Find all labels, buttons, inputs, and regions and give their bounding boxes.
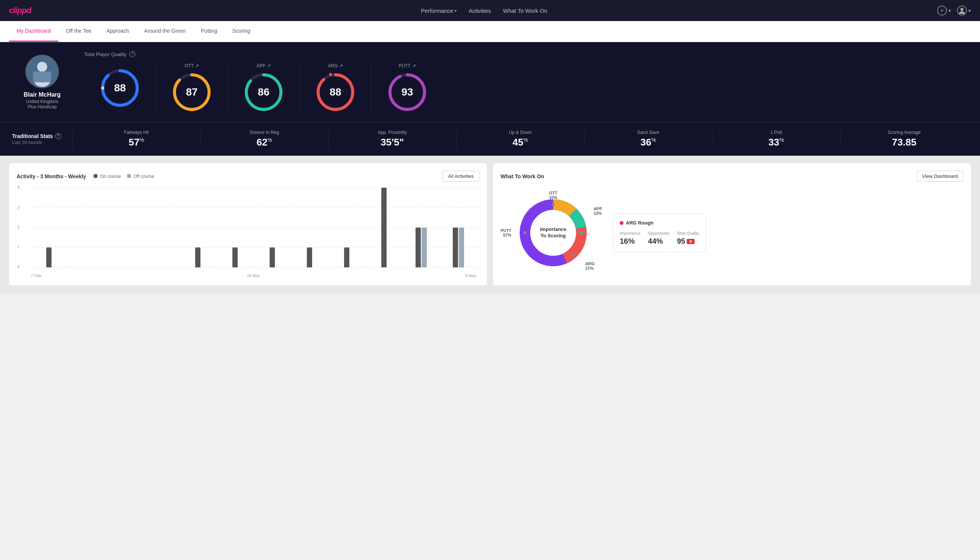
stat-greens-in-reg: Greens In Reg 62% bbox=[200, 130, 328, 148]
trend-icon: ↗ bbox=[195, 63, 199, 68]
svg-rect-7 bbox=[33, 72, 51, 82]
tabs-bar: My Dashboard Off the Tee Approach Around… bbox=[0, 21, 980, 42]
donut-label-putt: PUTT 57% bbox=[501, 228, 511, 237]
legend-off-course-dot bbox=[127, 174, 131, 178]
bar-on-course bbox=[270, 247, 275, 267]
wtwon-header: What To Work On View Dashboard bbox=[501, 171, 963, 182]
avatar bbox=[25, 55, 59, 88]
tab-off-the-tee[interactable]: Off the Tee bbox=[58, 21, 99, 42]
svg-text:+: + bbox=[940, 7, 943, 13]
chevron-down-icon: ▾ bbox=[455, 8, 456, 13]
circle-putt-value: 93 bbox=[401, 86, 413, 98]
shot-quality-value: 95 ▼ bbox=[677, 237, 699, 246]
legend-on-course-dot bbox=[94, 174, 97, 178]
trend-down-badge: ▼ bbox=[687, 239, 695, 244]
circle-ott-value: 87 bbox=[186, 86, 198, 98]
bar-group bbox=[292, 247, 328, 267]
trend-icon: ↗ bbox=[412, 63, 416, 68]
help-icon[interactable]: ? bbox=[129, 51, 135, 57]
circle-arg-chart: 88 bbox=[315, 72, 356, 113]
activity-legend: On course Off course bbox=[94, 174, 154, 179]
grid-label-2: 2 bbox=[17, 225, 20, 229]
top-nav: clippd Performance ▾ Activities What To … bbox=[0, 0, 980, 21]
circle-arg: ARG ↗ 88 bbox=[300, 63, 371, 113]
activity-panel-header: Activity - 3 Months - Weekly On course O… bbox=[17, 171, 479, 182]
stat-app-value: 35'5" bbox=[381, 137, 404, 148]
circle-total-chart: 88 bbox=[99, 67, 141, 109]
quality-title-text: Total Player Quality bbox=[84, 52, 126, 57]
bar-group bbox=[217, 247, 253, 267]
svg-point-10 bbox=[101, 87, 104, 90]
circle-app-chart: 86 bbox=[243, 72, 284, 113]
circle-total-value: 88 bbox=[114, 82, 126, 94]
circle-putt-label: PUTT ↗ bbox=[399, 63, 416, 68]
circle-arg-label: ARG ↗ bbox=[328, 63, 343, 68]
nav-what-to-work-on[interactable]: What To Work On bbox=[503, 8, 547, 14]
tab-approach[interactable]: Approach bbox=[99, 21, 136, 42]
stat-fairways-hit: Fairways Hit 57% bbox=[72, 130, 200, 148]
bars-container bbox=[28, 188, 479, 267]
player-name: Blair McHarg bbox=[24, 92, 61, 98]
opportunity-value: 44% bbox=[648, 237, 669, 246]
svg-point-28 bbox=[524, 231, 526, 234]
svg-point-3 bbox=[960, 8, 963, 11]
nav-links: Performance ▾ Activities What To Work On bbox=[421, 8, 547, 14]
bar-on-course bbox=[381, 188, 387, 267]
donut-label-app: APP 12% bbox=[593, 207, 602, 215]
legend-off-course: Off course bbox=[127, 174, 154, 179]
bar-off-course bbox=[459, 228, 464, 267]
circle-ott-chart: 87 bbox=[171, 72, 213, 113]
trad-stats-title: Traditional Stats ? bbox=[12, 133, 72, 139]
trad-stats-subtitle: Last 20 rounds bbox=[12, 140, 72, 145]
circle-app: APP ↗ 86 bbox=[228, 63, 300, 113]
circle-ott-label: OTT ↗ bbox=[185, 63, 199, 68]
circle-app-value: 86 bbox=[258, 86, 269, 98]
profile-button[interactable]: ▾ bbox=[957, 6, 971, 15]
bar-off-course bbox=[421, 228, 427, 267]
help-icon-stats[interactable]: ? bbox=[55, 133, 61, 139]
what-to-work-on-panel: What To Work On View Dashboard OTT 10% A… bbox=[493, 163, 971, 285]
bar-group bbox=[180, 247, 215, 267]
traditional-stats: Traditional Stats ? Last 20 rounds Fairw… bbox=[0, 122, 980, 156]
stat-app-proximity: App. Proximity 35'5" bbox=[328, 130, 456, 148]
player-country: United Kingdom bbox=[26, 99, 58, 104]
all-activities-button[interactable]: All Activities bbox=[442, 171, 479, 182]
view-dashboard-button[interactable]: View Dashboard bbox=[917, 171, 963, 182]
nav-right: + ▾ ▾ bbox=[937, 6, 971, 15]
bottom-panels: Activity - 3 Months - Weekly On course O… bbox=[0, 156, 980, 293]
grid-label-1: 1 bbox=[17, 245, 20, 249]
nav-performance[interactable]: Performance ▾ bbox=[421, 8, 456, 14]
x-label-may: 9 May bbox=[465, 273, 476, 278]
trend-icon: ↗ bbox=[267, 63, 271, 68]
svg-point-26 bbox=[580, 231, 583, 234]
add-button[interactable]: + ▾ bbox=[937, 6, 951, 15]
bar-on-course bbox=[344, 247, 349, 267]
circle-app-label: APP ↗ bbox=[256, 63, 271, 68]
info-stat-shot-quality: Shot Quality 95 ▼ bbox=[677, 231, 699, 246]
stat-putt-value: 33% bbox=[768, 137, 784, 148]
svg-point-25 bbox=[552, 203, 555, 206]
bar-group bbox=[366, 188, 402, 267]
grid-label-3: 3 bbox=[17, 205, 20, 210]
activity-panel: Activity - 3 Months - Weekly On course O… bbox=[9, 163, 487, 285]
bar-on-course bbox=[46, 247, 52, 267]
x-label-mar: 28 Mar bbox=[247, 273, 260, 278]
tab-around-the-green[interactable]: Around the Green bbox=[136, 21, 193, 42]
info-card: ARG Rough Importance 16% Opportunity 44% bbox=[613, 213, 706, 252]
tab-putting[interactable]: Putting bbox=[193, 21, 225, 42]
info-stat-importance: Importance 16% bbox=[620, 231, 641, 246]
bar-on-course bbox=[307, 247, 312, 267]
stat-sand-save: Sand Save 36% bbox=[584, 130, 712, 148]
bar-group bbox=[254, 247, 290, 267]
stat-sand-value: 36% bbox=[641, 137, 656, 148]
tab-scoring[interactable]: Scoring bbox=[225, 21, 258, 42]
circle-total: 88 bbox=[84, 67, 156, 109]
grid-label-4: 4 bbox=[17, 185, 20, 190]
bar-on-course bbox=[453, 228, 458, 267]
dot-pink-icon bbox=[620, 221, 624, 225]
bar-on-course bbox=[416, 228, 421, 267]
nav-activities[interactable]: Activities bbox=[469, 8, 491, 14]
x-labels: 7 Feb 28 Mar 9 May bbox=[28, 273, 479, 278]
bar-group bbox=[404, 228, 439, 267]
tab-my-dashboard[interactable]: My Dashboard bbox=[9, 21, 58, 42]
